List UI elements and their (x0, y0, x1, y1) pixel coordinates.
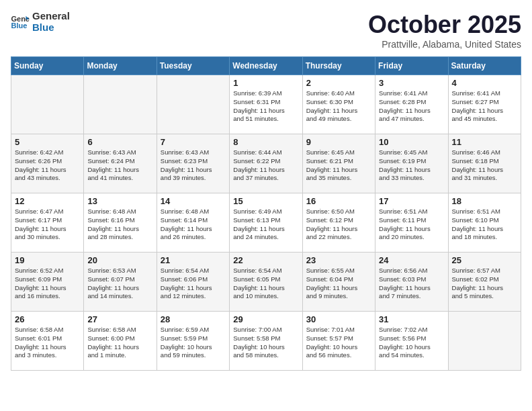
calendar-cell: 5Sunrise: 6:42 AM Sunset: 6:26 PM Daylig… (11, 134, 84, 193)
day-info: Sunrise: 6:58 AM Sunset: 6:00 PM Dayligh… (87, 326, 152, 360)
day-info: Sunrise: 6:45 AM Sunset: 6:19 PM Dayligh… (379, 148, 444, 183)
week-row-2: 5Sunrise: 6:42 AM Sunset: 6:26 PM Daylig… (11, 134, 521, 193)
col-header-friday: Friday (375, 57, 448, 75)
day-number: 11 (452, 137, 517, 147)
calendar-cell: 7Sunrise: 6:43 AM Sunset: 6:23 PM Daylig… (157, 134, 229, 193)
calendar-cell: 19Sunrise: 6:52 AM Sunset: 6:09 PM Dayli… (11, 253, 84, 312)
day-number: 26 (15, 314, 80, 324)
calendar-cell: 1Sunrise: 6:39 AM Sunset: 6:31 PM Daylig… (230, 75, 302, 134)
calendar-table: SundayMondayTuesdayWednesdayThursdayFrid… (11, 56, 521, 371)
calendar-cell: 17Sunrise: 6:51 AM Sunset: 6:11 PM Dayli… (375, 193, 448, 253)
day-number: 1 (233, 78, 298, 88)
day-info: Sunrise: 6:53 AM Sunset: 6:07 PM Dayligh… (87, 267, 152, 301)
day-info: Sunrise: 6:48 AM Sunset: 6:14 PM Dayligh… (161, 208, 226, 242)
calendar-cell: 3Sunrise: 6:41 AM Sunset: 6:28 PM Daylig… (375, 75, 448, 134)
day-info: Sunrise: 6:45 AM Sunset: 6:21 PM Dayligh… (306, 148, 371, 183)
day-number: 15 (233, 196, 298, 206)
calendar-cell: 9Sunrise: 6:45 AM Sunset: 6:21 PM Daylig… (302, 134, 375, 193)
logo-icon: General Blue (11, 15, 30, 30)
calendar-cell: 14Sunrise: 6:48 AM Sunset: 6:14 PM Dayli… (157, 193, 229, 253)
day-info: Sunrise: 7:02 AM Sunset: 5:56 PM Dayligh… (379, 326, 444, 360)
calendar-cell: 8Sunrise: 6:44 AM Sunset: 6:22 PM Daylig… (230, 134, 302, 193)
calendar-cell: 26Sunrise: 6:58 AM Sunset: 6:01 PM Dayli… (11, 312, 84, 371)
calendar-cell: 10Sunrise: 6:45 AM Sunset: 6:19 PM Dayli… (375, 134, 448, 193)
day-number: 21 (161, 255, 226, 265)
calendar-cell: 2Sunrise: 6:40 AM Sunset: 6:30 PM Daylig… (302, 75, 375, 134)
day-info: Sunrise: 6:43 AM Sunset: 6:24 PM Dayligh… (87, 148, 152, 183)
day-number: 27 (87, 314, 152, 324)
day-info: Sunrise: 6:51 AM Sunset: 6:11 PM Dayligh… (379, 208, 444, 242)
calendar-subtitle: Prattville, Alabama, United States (368, 39, 521, 50)
day-number: 18 (452, 196, 517, 206)
day-number: 31 (379, 314, 444, 324)
calendar-cell: 22Sunrise: 6:54 AM Sunset: 6:05 PM Dayli… (230, 253, 302, 312)
col-header-tuesday: Tuesday (157, 57, 229, 75)
calendar-cell: 23Sunrise: 6:55 AM Sunset: 6:04 PM Dayli… (302, 253, 375, 312)
day-number: 28 (161, 314, 226, 324)
calendar-cell: 20Sunrise: 6:53 AM Sunset: 6:07 PM Dayli… (84, 253, 157, 312)
calendar-cell: 24Sunrise: 6:56 AM Sunset: 6:03 PM Dayli… (375, 253, 448, 312)
calendar-cell: 15Sunrise: 6:49 AM Sunset: 6:13 PM Dayli… (230, 193, 302, 253)
calendar-cell: 21Sunrise: 6:54 AM Sunset: 6:06 PM Dayli… (157, 253, 229, 312)
col-header-saturday: Saturday (448, 57, 521, 75)
day-info: Sunrise: 6:41 AM Sunset: 6:27 PM Dayligh… (452, 89, 517, 124)
calendar-cell: 25Sunrise: 6:57 AM Sunset: 6:02 PM Dayli… (448, 253, 521, 312)
calendar-cell: 6Sunrise: 6:43 AM Sunset: 6:24 PM Daylig… (84, 134, 157, 193)
day-info: Sunrise: 6:41 AM Sunset: 6:28 PM Dayligh… (379, 89, 444, 124)
day-number: 22 (233, 255, 298, 265)
col-header-monday: Monday (84, 57, 157, 75)
day-number: 23 (306, 255, 371, 265)
day-number: 8 (233, 137, 298, 147)
calendar-cell (448, 312, 521, 371)
calendar-cell: 16Sunrise: 6:50 AM Sunset: 6:12 PM Dayli… (302, 193, 375, 253)
day-info: Sunrise: 6:57 AM Sunset: 6:02 PM Dayligh… (452, 267, 517, 301)
day-info: Sunrise: 6:39 AM Sunset: 6:31 PM Dayligh… (233, 89, 298, 124)
calendar-cell (157, 75, 229, 134)
day-info: Sunrise: 6:44 AM Sunset: 6:22 PM Dayligh… (233, 148, 298, 183)
day-info: Sunrise: 6:56 AM Sunset: 6:03 PM Dayligh… (379, 267, 444, 301)
logo-blue-text: Blue (32, 22, 70, 34)
day-number: 30 (306, 314, 371, 324)
calendar-cell (11, 75, 84, 134)
week-row-4: 19Sunrise: 6:52 AM Sunset: 6:09 PM Dayli… (11, 253, 521, 312)
day-number: 19 (15, 255, 80, 265)
day-info: Sunrise: 6:40 AM Sunset: 6:30 PM Dayligh… (306, 89, 371, 124)
day-info: Sunrise: 6:49 AM Sunset: 6:13 PM Dayligh… (233, 208, 298, 242)
col-header-sunday: Sunday (11, 57, 84, 75)
week-row-3: 12Sunrise: 6:47 AM Sunset: 6:17 PM Dayli… (11, 193, 521, 253)
day-info: Sunrise: 6:52 AM Sunset: 6:09 PM Dayligh… (15, 267, 80, 301)
day-number: 9 (306, 137, 371, 147)
day-number: 4 (452, 78, 517, 88)
day-info: Sunrise: 6:50 AM Sunset: 6:12 PM Dayligh… (306, 208, 371, 242)
day-info: Sunrise: 6:55 AM Sunset: 6:04 PM Dayligh… (306, 267, 371, 301)
day-number: 29 (233, 314, 298, 324)
day-info: Sunrise: 6:54 AM Sunset: 6:05 PM Dayligh… (233, 267, 298, 301)
day-number: 7 (161, 137, 226, 147)
calendar-cell: 28Sunrise: 6:59 AM Sunset: 5:59 PM Dayli… (157, 312, 229, 371)
calendar-cell: 18Sunrise: 6:51 AM Sunset: 6:10 PM Dayli… (448, 193, 521, 253)
day-number: 20 (87, 255, 152, 265)
day-info: Sunrise: 7:01 AM Sunset: 5:57 PM Dayligh… (306, 326, 371, 360)
logo: General Blue General Blue (11, 11, 70, 33)
day-info: Sunrise: 6:46 AM Sunset: 6:18 PM Dayligh… (452, 148, 517, 183)
day-number: 24 (379, 255, 444, 265)
day-info: Sunrise: 7:00 AM Sunset: 5:58 PM Dayligh… (233, 326, 298, 360)
title-block: October 2025 Prattville, Alabama, United… (368, 11, 521, 50)
day-number: 13 (87, 196, 152, 206)
calendar-cell: 30Sunrise: 7:01 AM Sunset: 5:57 PM Dayli… (302, 312, 375, 371)
page-header: General Blue General Blue October 2025 P… (11, 11, 521, 50)
day-info: Sunrise: 6:48 AM Sunset: 6:16 PM Dayligh… (87, 208, 152, 242)
week-row-1: 1Sunrise: 6:39 AM Sunset: 6:31 PM Daylig… (11, 75, 521, 134)
day-info: Sunrise: 6:58 AM Sunset: 6:01 PM Dayligh… (15, 326, 80, 360)
day-number: 3 (379, 78, 444, 88)
day-info: Sunrise: 6:47 AM Sunset: 6:17 PM Dayligh… (15, 208, 80, 242)
day-number: 10 (379, 137, 444, 147)
calendar-title: October 2025 (368, 11, 521, 39)
day-info: Sunrise: 6:42 AM Sunset: 6:26 PM Dayligh… (15, 148, 80, 183)
logo-general-text: General (32, 11, 70, 22)
week-row-5: 26Sunrise: 6:58 AM Sunset: 6:01 PM Dayli… (11, 312, 521, 371)
day-number: 14 (161, 196, 226, 206)
calendar-cell (84, 75, 157, 134)
day-number: 12 (15, 196, 80, 206)
calendar-cell: 29Sunrise: 7:00 AM Sunset: 5:58 PM Dayli… (230, 312, 302, 371)
